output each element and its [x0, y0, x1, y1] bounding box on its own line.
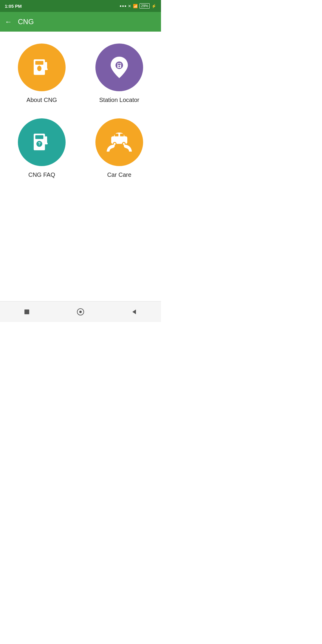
- station-locator-label: Station Locator: [99, 97, 140, 103]
- svg-rect-23: [24, 309, 29, 314]
- svg-rect-18: [120, 134, 124, 136]
- svg-rect-8: [118, 64, 121, 65]
- car-care-icon-circle: [95, 118, 143, 166]
- menu-item-station-locator[interactable]: Station Locator: [83, 44, 155, 103]
- nav-stop-button[interactable]: [21, 306, 33, 318]
- stop-icon: [23, 308, 30, 315]
- svg-rect-11: [35, 135, 43, 139]
- svg-point-9: [118, 66, 120, 67]
- fuel-pump-icon: [28, 54, 55, 81]
- menu-item-about-cng[interactable]: About CNG: [6, 44, 78, 103]
- svg-rect-17: [115, 134, 119, 136]
- about-cng-label: About CNG: [27, 97, 57, 103]
- svg-rect-15: [44, 143, 48, 144]
- charging-icon: ⚡: [151, 4, 156, 8]
- nav-home-button[interactable]: [75, 306, 86, 318]
- car-care-icon: [104, 129, 134, 156]
- cng-faq-icon-circle: ?: [18, 118, 66, 166]
- station-locator-icon-circle: [95, 44, 143, 91]
- svg-rect-14: [45, 136, 47, 143]
- wifi-icon: 📶: [133, 4, 138, 8]
- status-time: 1:05 PM: [5, 4, 22, 9]
- menu-grid: About CNG Station Locator: [0, 32, 161, 184]
- svg-rect-4: [45, 62, 47, 69]
- svg-rect-1: [35, 61, 43, 65]
- bottom-nav-bar: [0, 301, 161, 322]
- cng-faq-label: CNG FAQ: [28, 171, 55, 178]
- app-bar: ← CNG: [0, 12, 161, 32]
- fuel-pump-question-icon: ?: [28, 129, 55, 156]
- back-button[interactable]: ←: [5, 18, 12, 26]
- sim-icon: ✕: [128, 4, 131, 8]
- menu-item-car-care[interactable]: Car Care: [83, 118, 155, 178]
- status-bar: 1:05 PM ✕ 📶 29% ⚡: [0, 0, 161, 12]
- menu-item-cng-faq[interactable]: ? CNG FAQ: [6, 118, 78, 178]
- three-dots-icon: [120, 5, 126, 7]
- app-title: CNG: [18, 18, 34, 26]
- status-icons: ✕ 📶 29% ⚡: [120, 3, 156, 9]
- home-circle-icon: [76, 308, 85, 316]
- location-pin-icon: [106, 54, 133, 81]
- battery-icon: 29%: [140, 3, 150, 9]
- svg-rect-5: [44, 69, 48, 70]
- about-cng-icon-circle: [18, 44, 66, 91]
- nav-back-button[interactable]: [128, 306, 140, 318]
- car-care-label: Car Care: [107, 171, 131, 178]
- svg-point-25: [79, 311, 82, 313]
- back-triangle-icon: [131, 308, 138, 315]
- svg-text:?: ?: [38, 141, 41, 146]
- svg-marker-26: [132, 309, 136, 314]
